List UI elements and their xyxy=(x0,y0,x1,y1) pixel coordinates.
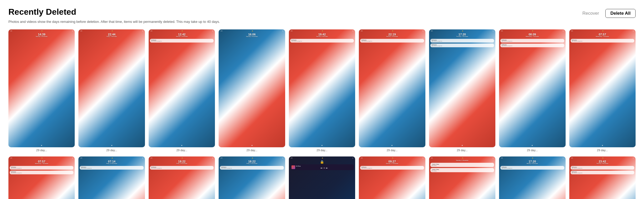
photo-label: 29 day... xyxy=(176,149,187,152)
list-item[interactable]: ●●●🔒▲18:22Friday, 16 NovemberNotificatio… xyxy=(219,156,285,199)
list-item[interactable]: ●●●🔒▲23:42Thursday, 8 NovemberNotificati… xyxy=(569,156,636,199)
photo-grid: ●●●🔒▲14:39Saturday, 3 November29 day...●… xyxy=(8,29,636,199)
photo-label: 29 day... xyxy=(316,149,327,152)
photo-label: 29 day... xyxy=(457,149,467,152)
list-item[interactable]: ●●●🔒▲08:09Wednesday, 7 NovemberNotificat… xyxy=(499,29,565,152)
list-item[interactable]: ●●●🔒▲22:19Saturday, 3 NovemberNotificati… xyxy=(359,29,425,152)
list-item[interactable]: ●●●🔒▲17:20Monday, 5 NovemberNotification… xyxy=(499,156,565,199)
list-item[interactable]: ●●●🔒▲07:57Wednesday, 7 NovemberNotificat… xyxy=(8,156,75,199)
list-item[interactable]: ●●●🔒▲07:57Wednesday, 7 NovemberNotificat… xyxy=(569,29,636,152)
photo-label: 29 day... xyxy=(246,149,257,152)
photo-label: 29 day... xyxy=(527,149,538,152)
photo-label: 29 day... xyxy=(597,149,608,152)
list-item[interactable]: ●●●🔒▲19:42Saturday, 3 NovemberNotificati… xyxy=(289,29,355,152)
list-item[interactable]: ●●●🔒▲Saturday, 11 November♪ Earlier Toda… xyxy=(429,156,495,199)
photo-label: 29 day... xyxy=(36,149,47,152)
recover-button[interactable]: Recover xyxy=(579,9,603,18)
list-item[interactable]: ●●●🔒▲07:14Friday, 16 NovemberNotificatio… xyxy=(78,156,145,199)
subtitle: Photos and videos show the days remainin… xyxy=(8,19,636,24)
photo-label: 29 day... xyxy=(106,149,117,152)
list-item[interactable]: ●●●🔒▲16:06Saturday, 3 November29 day... xyxy=(219,29,285,152)
header-buttons: Recover Delete All xyxy=(579,9,636,18)
list-item[interactable]: ●●●🔒▲12:42Saturday, 3 NovemberNotificati… xyxy=(149,29,215,152)
list-item[interactable]: ●●●🔒▲17:20Thursday, 1 NovemberNotificati… xyxy=(429,29,495,152)
list-item[interactable]: ●●●🔒▲22:44Friday, 2 November29 day... xyxy=(78,29,145,152)
list-item[interactable]: ●●●🔒▲09:27Saturday, 17 NovemberNotificat… xyxy=(359,156,425,199)
page-title: Recently Deleted xyxy=(8,7,76,17)
photo-label: 29 day... xyxy=(387,149,398,152)
delete-all-button[interactable]: Delete All xyxy=(605,9,636,18)
list-item[interactable]: ●●●🔒▲18:22Friday, 16 NovemberNotificatio… xyxy=(149,156,215,199)
list-item[interactable]: ●●●🔒▲🔒 Now Playing ⏮ ⏸ ⏭ 29 day... xyxy=(289,156,355,199)
list-item[interactable]: ●●●🔒▲14:39Saturday, 3 November29 day... xyxy=(8,29,75,152)
